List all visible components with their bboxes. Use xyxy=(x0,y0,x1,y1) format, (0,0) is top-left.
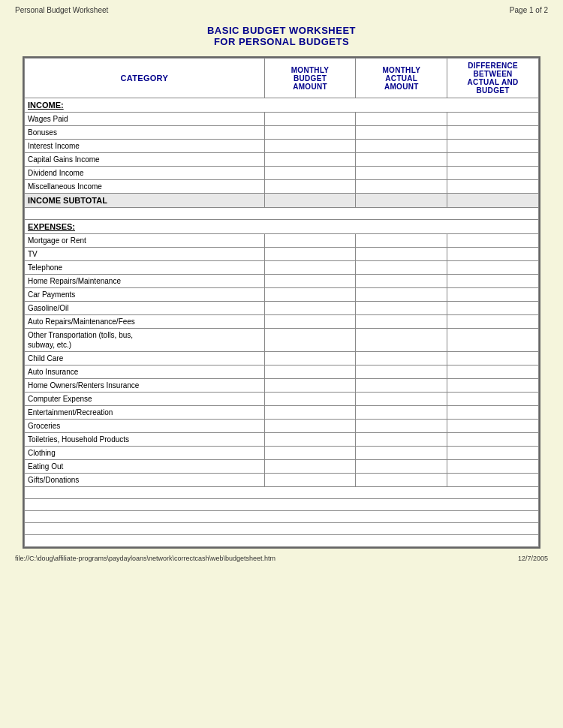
blank-row xyxy=(25,535,539,547)
footer-path: file://C:\doug\affiliate-programs\payday… xyxy=(15,555,275,562)
table-row: Bonuses xyxy=(25,126,539,140)
table-row: Other Transportation (tolls, bus, subway… xyxy=(25,329,539,352)
subtotal-row: INCOME SUBTOTAL xyxy=(25,194,539,208)
section-header: EXPENSES: xyxy=(25,220,539,234)
table-row: Mortgage or Rent xyxy=(25,234,539,248)
worksheet-table: CATEGORY MONTHLYBUDGETAMOUNT MONTHLYACTU… xyxy=(23,56,540,549)
table-row: Eating Out xyxy=(25,460,539,474)
col-header-budget: MONTHLYBUDGETAMOUNT xyxy=(264,59,356,98)
table-row: Computer Expense xyxy=(25,393,539,406)
table-row: Entertainment/Recreation xyxy=(25,406,539,420)
table-row: Child Care xyxy=(25,352,539,366)
footer-date: 12/7/2005 xyxy=(518,555,548,562)
section-header: INCOME: xyxy=(25,98,539,113)
table-row: Car Payments xyxy=(25,288,539,302)
page-number: Page 1 of 2 xyxy=(510,6,548,14)
table-row: Interest Income xyxy=(25,140,539,153)
table-row: Gifts/Donations xyxy=(25,474,539,487)
table-row: Clothing xyxy=(25,447,539,460)
table-row: Groceries xyxy=(25,420,539,433)
col-header-actual: MONTHLYACTUALAMOUNT xyxy=(356,59,447,98)
table-row: Toiletries, Household Products xyxy=(25,433,539,447)
table-row: Telephone xyxy=(25,261,539,275)
blank-row xyxy=(25,511,539,523)
table-row: Home Repairs/Maintenance xyxy=(25,275,539,288)
blank-row xyxy=(25,523,539,535)
table-row: Gasoline/Oil xyxy=(25,302,539,315)
blank-row xyxy=(25,208,539,220)
blank-row xyxy=(25,499,539,511)
table-row: TV xyxy=(25,248,539,261)
table-row: Auto Repairs/Maintenance/Fees xyxy=(25,315,539,329)
doc-title: Personal Budget Worksheet xyxy=(15,6,108,14)
table-row: Capital Gains Income xyxy=(25,153,539,167)
table-row: Wages Paid xyxy=(25,113,539,126)
table-row: Miscellaneous Income xyxy=(25,180,539,194)
col-header-diff: DIFFERENCEBETWEENACTUAL ANDBUDGET xyxy=(447,59,539,98)
col-header-category: CATEGORY xyxy=(25,59,265,98)
worksheet-title: BASIC BUDGET WORKSHEETFOR PERSONAL BUDGE… xyxy=(0,17,563,56)
blank-row xyxy=(25,487,539,499)
table-row: Auto Insurance xyxy=(25,366,539,379)
table-row: Dividend Income xyxy=(25,167,539,180)
table-row: Home Owners/Renters Insurance xyxy=(25,379,539,393)
